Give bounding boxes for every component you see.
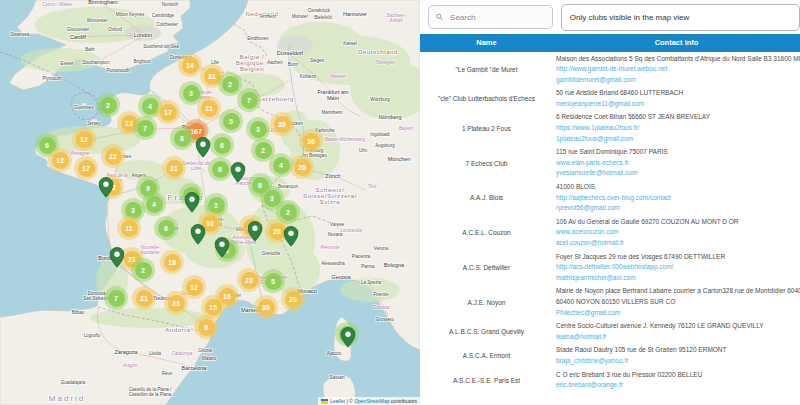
table-row[interactable]: A.S.C.A. ErmontStade Raoul Dautry 105 ru… [420, 344, 800, 368]
club-contact: 6 Residence Coet Bihan 56660 ST JEAN BRE… [553, 112, 800, 144]
column-header-name[interactable]: Name [420, 34, 553, 52]
club-contact: Maison des Associations 5 Sq des Combatt… [553, 54, 800, 86]
club-name: A.A.J. Blois [420, 182, 553, 214]
map-cluster[interactable]: 21 [132, 286, 156, 310]
club-link[interactable]: www.elan-paris-echecs.fr [556, 158, 800, 169]
club-link[interactable]: 1plateau2fous@gmail.com [556, 134, 800, 145]
map-cluster[interactable]: 12 [48, 148, 72, 172]
club-name: A.C.S. Dettwiller [420, 252, 553, 284]
club-address: 60400 NOYON 60150 VILLERS SUR CO [556, 297, 800, 308]
club-contact: Foyer St Jacques 29 rue des Vosges 67490… [553, 252, 800, 284]
table-row[interactable]: A.L.B.C.S. Grand QuevillyCentre Socio-Cu… [420, 320, 800, 344]
map-cluster[interactable]: 4 [142, 192, 166, 216]
map-cluster[interactable]: 12 [182, 275, 206, 299]
map-cluster[interactable]: 5 [219, 109, 243, 133]
club-contact: Centre Socio-Culturel avenue J. Kennedy … [553, 321, 800, 342]
map-cluster[interactable]: 7 [237, 88, 261, 112]
map-cluster[interactable]: 14 [178, 53, 202, 77]
club-contact: 41000 BLOIShttp://aajbechecs.over-blog.c… [553, 182, 800, 214]
map-cluster[interactable]: 21 [197, 96, 221, 120]
map-pin[interactable] [99, 177, 114, 198]
table-row[interactable]: 1 Plateau 2 Fous6 Residence Coet Bihan 5… [420, 111, 800, 146]
club-address: Stade Raoul Dautry 105 rue de St Gratien… [556, 345, 800, 356]
map-pin[interactable] [191, 224, 206, 245]
map-cluster[interactable]: 30 [254, 295, 278, 319]
map-cluster[interactable]: 17 [74, 156, 98, 180]
table-row[interactable]: "cle" Club Lutterbachois d'Echecs50 rue … [420, 87, 800, 111]
map-cluster[interactable]: 17 [156, 100, 180, 124]
map-cluster[interactable]: 11 [117, 216, 141, 240]
club-name: "Le Gambit "de Muret [420, 54, 553, 86]
club-name: A.S.C.E.-S.E. Paris Est [420, 370, 553, 391]
map[interactable]: BirminghamNorwichMilton KeynesCambridgeW… [0, 0, 420, 405]
club-link[interactable]: yveslamorelle@hotmail.com [556, 168, 800, 179]
leaflet-link[interactable]: Leaflet [330, 398, 345, 404]
map-cluster[interactable]: 36 [299, 129, 323, 153]
column-header-contact[interactable]: Contact info [553, 34, 800, 52]
map-cluster[interactable]: 8 [170, 126, 194, 150]
map-cluster[interactable]: 5 [261, 269, 285, 293]
map-cluster[interactable]: 22 [101, 144, 125, 168]
map-pin[interactable] [110, 247, 125, 268]
club-contact: 50 rue Aristide Briand 68460 LUTTERBACHm… [553, 88, 800, 109]
map-cluster[interactable]: 30 [270, 112, 294, 136]
club-link[interactable]: gambitdemuret@gmail.com [556, 75, 800, 86]
club-address: C O eric Brebant 3 rue du Pressoir 02200… [556, 370, 800, 381]
search-input[interactable] [448, 12, 545, 23]
club-name: A.L.B.C.S. Grand Quevilly [420, 321, 553, 342]
map-pin[interactable] [341, 327, 356, 348]
map-cluster[interactable]: 3 [246, 117, 270, 141]
map-cluster[interactable]: 9 [194, 315, 218, 339]
map-cluster[interactable]: 20 [281, 287, 305, 311]
map-cluster[interactable]: 7 [133, 116, 157, 140]
club-link[interactable]: lealna@hotmail.fr [556, 332, 800, 343]
club-address: Centre Socio-Culturel avenue J. Kennedy … [556, 321, 800, 332]
club-name: A.C.E.L. Couzon [420, 217, 553, 249]
club-link[interactable]: https://www.1plateau2fous.fr/ [556, 123, 800, 134]
map-pin[interactable] [231, 162, 246, 183]
club-link[interactable]: rprevot56@gmail.com [556, 203, 800, 214]
map-cluster[interactable]: 4 [269, 153, 293, 177]
table-row[interactable]: A.J.E. NoyonMairie de Noyon place Bertra… [420, 285, 800, 320]
club-link[interactable]: http://www.gambit-de-muret.webou.net [556, 64, 800, 75]
club-link[interactable]: http://aajbechecs.over-blog.com/contact [556, 193, 800, 204]
map-cluster[interactable]: 20 [290, 155, 314, 179]
club-link[interactable]: mathisjeanmichel@aol.com [556, 273, 800, 284]
table-row[interactable]: A.C.S. DettwillerFoyer St Jacques 29 rue… [420, 250, 800, 285]
club-link[interactable]: eric.brebant@orange.fr [556, 380, 800, 391]
map-pin[interactable] [284, 226, 299, 247]
club-link[interactable]: www.acelcouzon.com [556, 227, 800, 238]
club-link[interactable]: merlojeanpierre11@gmail.com [556, 99, 800, 110]
map-pin[interactable] [248, 221, 263, 242]
club-address: 115 rue Saint Dominique 75007 PARIS [556, 147, 800, 158]
map-attribution: Leaflet | © OpenStreetMap contributors [318, 397, 420, 405]
table-row[interactable]: "Le Gambit "de MuretMaison des Associati… [420, 52, 800, 87]
map-cluster[interactable]: 7 [104, 286, 128, 310]
table-row[interactable]: 7 Echecs Club115 rue Saint Dominique 750… [420, 146, 800, 181]
filter-select[interactable] [561, 4, 800, 31]
map-cluster[interactable]: 21 [162, 156, 186, 180]
table-row[interactable]: A.S.C.E.-S.E. Paris EstC O eric Brebant … [420, 368, 800, 392]
club-link[interactable]: braja_christine@yahoo.fr [556, 356, 800, 367]
club-link[interactable]: acel.couzon@hotmail.fr [556, 238, 800, 249]
club-name: A.J.E. Noyon [420, 286, 553, 318]
map-cluster[interactable]: 2 [96, 93, 120, 117]
map-cluster[interactable]: 23 [237, 268, 261, 292]
map-cluster[interactable]: 12 [72, 127, 96, 151]
table-row[interactable]: A.C.E.L. Couzon106 Av du General de Gaul… [420, 215, 800, 250]
map-cluster[interactable]: 6 [208, 157, 232, 181]
table-row[interactable]: A.A.J. Blois41000 BLOIShttp://aajbechecs… [420, 181, 800, 216]
map-cluster[interactable]: 6 [210, 133, 234, 157]
map-cluster[interactable]: 6 [154, 216, 178, 240]
osm-link[interactable]: OpenStreetMap [354, 398, 389, 404]
search-box[interactable] [428, 5, 553, 29]
map-pin[interactable] [185, 192, 200, 213]
club-link[interactable]: Philechec@gmail.com [556, 308, 800, 319]
attribution-separator: | © [345, 398, 354, 404]
club-link[interactable]: http://acs-dettwiller.000webhostapp.com/ [556, 262, 800, 273]
map-cluster[interactable]: 18 [160, 250, 184, 274]
map-pin[interactable] [215, 237, 230, 258]
map-pin[interactable] [196, 137, 211, 158]
map-cluster[interactable]: 2 [131, 258, 155, 282]
map-cluster[interactable]: 2 [276, 200, 300, 224]
